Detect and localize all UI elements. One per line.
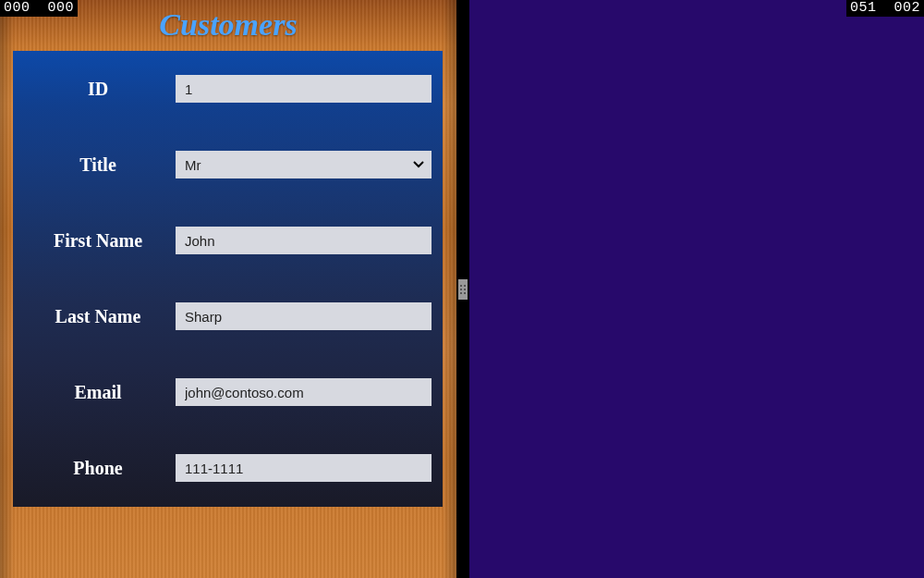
label-email: Email	[20, 382, 176, 403]
row-title: Title Mr	[13, 127, 443, 203]
input-id[interactable]	[176, 75, 432, 103]
select-title[interactable]: Mr	[176, 151, 432, 178]
splitter-grip-icon	[458, 279, 468, 300]
split-root: Customers ID Title Mr First Name Last Na…	[0, 0, 924, 578]
row-last-name: Last Name	[13, 278, 443, 354]
row-email: Email	[13, 354, 443, 430]
label-first-name: First Name	[20, 230, 176, 252]
secondary-pane	[469, 0, 924, 578]
row-first-name: First Name	[13, 203, 443, 278]
input-phone[interactable]	[176, 454, 432, 482]
label-id: ID	[20, 79, 176, 100]
input-email[interactable]	[176, 378, 432, 406]
row-phone: Phone	[13, 430, 443, 506]
label-phone: Phone	[20, 458, 176, 479]
customer-form: ID Title Mr First Name Last Name Email	[13, 51, 443, 507]
label-title: Title	[20, 154, 176, 176]
fps-counter-left: 000 000	[0, 0, 78, 17]
pane-splitter[interactable]	[456, 0, 469, 578]
input-last-name[interactable]	[176, 302, 432, 330]
input-first-name[interactable]	[176, 227, 432, 254]
customers-pane: Customers ID Title Mr First Name Last Na…	[0, 0, 456, 578]
label-last-name: Last Name	[20, 306, 176, 327]
fps-counter-right: 051 002	[846, 0, 924, 17]
row-id: ID	[13, 51, 443, 127]
